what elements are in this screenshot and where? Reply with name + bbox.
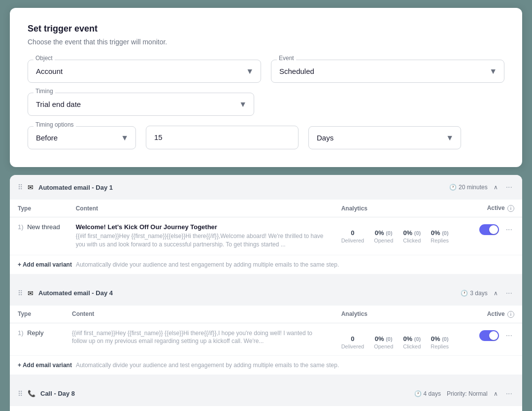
timing-label: Timing: [33, 88, 55, 95]
step-1-table: Type Content Analytics Active i 1) New t…: [10, 200, 522, 255]
step-1-content-cell: Welcome! Let's Kick Off Our Journey Toge…: [68, 217, 333, 255]
step-1-email-row: 1) New thread Welcome! Let's Kick Off Ou…: [10, 217, 522, 255]
step-3-call-table: Notes Analytics Goal is to find a suitab…: [10, 406, 522, 411]
step-2-mail-icon: ✉: [28, 289, 33, 297]
timing-unit-group: Days ▼: [308, 126, 461, 149]
step-1: ⠿ ✉ Automated email - Day 1 🕐 20 minutes…: [10, 175, 522, 274]
step-1-drag-handle[interactable]: ⠿: [18, 183, 23, 191]
step-2-header: ⠿ ✉ Automated email - Day 4 🕐 3 days ∧ ·…: [10, 281, 522, 306]
active-info-icon-2[interactable]: i: [507, 311, 514, 318]
event-label: Event: [277, 55, 296, 62]
step-1-replies: 0% (0) Replies: [431, 229, 449, 243]
step-2-active-cell: ···: [471, 323, 522, 355]
step-2-time: 🕐 3 days: [461, 290, 487, 297]
step-2-opened: 0% (0) Opened: [374, 335, 393, 349]
timing-unit-select[interactable]: Days: [309, 127, 461, 149]
active-info-icon-1[interactable]: i: [507, 205, 514, 212]
step-1-active-cell: ···: [471, 217, 522, 255]
object-event-row: Object Account ▼ Event Scheduled ▼: [28, 60, 504, 83]
step-2-toggle[interactable]: [479, 330, 499, 341]
step-1-preview: {{#if first_name}}Hey {{first_name}}{{el…: [76, 232, 326, 249]
step-2-type: Reply: [27, 329, 43, 337]
step-1-opened: 0% (0) Opened: [374, 229, 393, 243]
col-active-1: Active i: [471, 200, 522, 217]
step-3-header-left: ⠿ 📞 Call - Day 8: [18, 390, 409, 398]
step-3-header: ⠿ 📞 Call - Day 8 🕐 4 days Priority: Norm…: [10, 381, 522, 406]
object-group: Object Account ▼: [28, 60, 261, 83]
step-1-type-cell: 1) New thread: [10, 217, 68, 255]
step-1-header: ⠿ ✉ Automated email - Day 1 🕐 20 minutes…: [10, 175, 522, 200]
step-3-drag-handle[interactable]: ⠿: [18, 390, 23, 398]
timing-group: Timing Trial end date ▼: [28, 93, 254, 116]
timing-select[interactable]: Trial end date: [28, 93, 254, 115]
object-select-wrapper[interactable]: Account ▼: [28, 60, 261, 83]
step-2: ⠿ ✉ Automated email - Day 4 🕐 3 days ∧ ·…: [10, 281, 522, 375]
step-2-header-left: ⠿ ✉ Automated email - Day 4: [18, 289, 456, 297]
step-2-title: Automated email - Day 4: [38, 289, 113, 297]
timing-before-select[interactable]: Before: [28, 127, 135, 149]
step-divider-1: [10, 275, 522, 281]
event-select[interactable]: Scheduled: [271, 60, 504, 82]
event-group: Event Scheduled ▼: [271, 60, 504, 83]
step-1-subject: Welcome! Let's Kick Off Our Journey Toge…: [76, 223, 326, 231]
col-call-analytics: Analytics: [413, 406, 522, 411]
step-1-type-num: 1): [18, 223, 24, 231]
step-1-header-right: 🕐 20 minutes ∧ ···: [449, 181, 514, 194]
timing-unit-select-wrapper[interactable]: Days ▼: [308, 126, 461, 149]
step-3-phone-icon: 📞: [28, 390, 35, 397]
step-2-row-more[interactable]: ···: [504, 329, 514, 342]
step-2-add-variant-button[interactable]: + Add email variant: [18, 362, 72, 369]
main-container: Set trigger event Choose the event that …: [10, 8, 522, 411]
col-active-2: Active i: [471, 306, 522, 323]
steps-container: ⠿ ✉ Automated email - Day 1 🕐 20 minutes…: [10, 175, 522, 411]
col-notes: Notes: [10, 406, 413, 411]
step-2-type-num: 1): [18, 329, 24, 337]
step-2-clock-icon: 🕐: [461, 290, 468, 297]
trigger-title: Set trigger event: [28, 24, 504, 34]
step-1-row-more[interactable]: ···: [504, 223, 514, 236]
step-3-clock-icon: 🕐: [414, 390, 422, 397]
step-1-add-variant-button[interactable]: + Add email variant: [18, 261, 72, 268]
step-2-add-variant: + Add email variant Automatically divide…: [10, 355, 522, 375]
step-2-type-cell: 1) Reply: [10, 323, 64, 355]
step-2-header-right: 🕐 3 days ∧ ···: [461, 287, 514, 300]
timing-select-wrapper[interactable]: Trial end date ▼: [28, 93, 254, 116]
timing-number-input[interactable]: [154, 133, 290, 141]
step-2-drag-handle[interactable]: ⠿: [18, 289, 23, 297]
step-1-mail-icon: ✉: [28, 183, 33, 191]
col-type-2: Type: [10, 306, 64, 323]
step-2-preview: {{#if first_name}}Hey {{first_name}} {{e…: [72, 329, 326, 346]
step-1-time: 🕐 20 minutes: [449, 184, 488, 191]
timing-row: Timing Trial end date ▼: [28, 93, 504, 116]
step-1-toggle[interactable]: [479, 224, 499, 235]
timing-options-row: Timing options Before ▼ Days ▼: [28, 126, 504, 149]
timing-before-select-wrapper[interactable]: Before ▼: [28, 126, 136, 149]
step-3-title: Call - Day 8: [40, 390, 75, 397]
step-1-collapse-icon[interactable]: ∧: [494, 184, 498, 191]
step-3: ⠿ 📞 Call - Day 8 🕐 4 days Priority: Norm…: [10, 381, 522, 411]
step-2-content-cell: {{#if first_name}}Hey {{first_name}} {{e…: [64, 323, 333, 355]
step-2-collapse-icon[interactable]: ∧: [494, 290, 498, 297]
step-3-collapse-icon[interactable]: ∧: [494, 390, 498, 397]
step-3-more-button[interactable]: ···: [504, 387, 514, 400]
step-1-add-variant-desc: Automatically divide your audience and t…: [76, 261, 339, 268]
step-2-analytics-cell: 0 Delivered 0% (0) Opened: [333, 323, 471, 355]
object-select[interactable]: Account: [28, 60, 261, 82]
step-1-type: New thread: [27, 223, 60, 231]
timing-before-group: Timing options Before ▼: [28, 126, 136, 149]
trigger-card: Set trigger event Choose the event that …: [10, 8, 522, 167]
step-1-more-button[interactable]: ···: [504, 181, 514, 194]
step-2-more-button[interactable]: ···: [504, 287, 514, 300]
event-select-wrapper[interactable]: Scheduled ▼: [271, 60, 504, 83]
timing-options-label: Timing options: [33, 121, 76, 128]
step-1-analytics-cell: 0 Delivered 0% (0) Opened: [333, 217, 471, 255]
step-1-delivered: 0 Delivered: [341, 229, 364, 243]
step-1-header-left: ⠿ ✉ Automated email - Day 1: [18, 183, 444, 191]
step-2-replies: 0% (0) Replies: [431, 335, 449, 349]
step-2-add-variant-desc: Automatically divide your audience and t…: [76, 362, 339, 369]
step-3-header-right: 🕐 4 days Priority: Normal ∧ ···: [414, 387, 514, 400]
object-label: Object: [33, 55, 55, 62]
step-divider-2: [10, 376, 522, 381]
col-analytics-1: Analytics: [333, 200, 471, 217]
timing-number-wrapper[interactable]: [146, 126, 299, 149]
